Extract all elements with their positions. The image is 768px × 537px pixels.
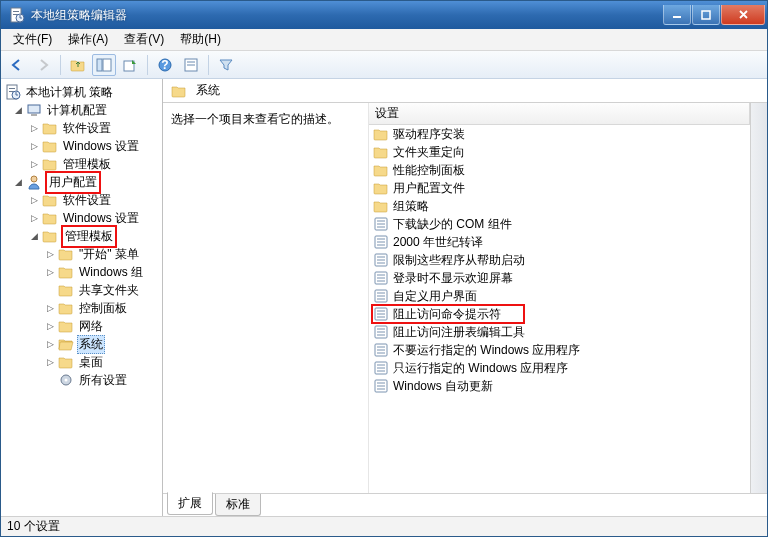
expand-icon[interactable]: ▷ bbox=[45, 267, 56, 278]
list-item-perf-cpl[interactable]: 性能控制面板 bbox=[369, 161, 750, 179]
status-text: 10 个设置 bbox=[7, 518, 60, 535]
tree-wincomp[interactable]: ▷ Windows 组 bbox=[1, 263, 162, 281]
list-item-no-welcome[interactable]: 登录时不显示欢迎屏幕 bbox=[369, 269, 750, 287]
list-item-no-cmd[interactable]: 阻止访问命令提示符 bbox=[369, 305, 750, 323]
folder-icon bbox=[58, 318, 74, 334]
maximize-button[interactable] bbox=[692, 5, 720, 25]
list-item-win-update[interactable]: Windows 自动更新 bbox=[369, 377, 750, 395]
collapse-icon[interactable]: ◢ bbox=[13, 105, 24, 116]
setting-icon bbox=[373, 270, 389, 286]
expand-icon[interactable]: ▷ bbox=[29, 159, 40, 170]
tree-label: Windows 设置 bbox=[61, 137, 141, 156]
expand-icon[interactable]: ▷ bbox=[45, 357, 56, 368]
folder-icon bbox=[373, 162, 389, 178]
help-button[interactable]: ? bbox=[153, 54, 177, 76]
tab-standard[interactable]: 标准 bbox=[215, 494, 261, 516]
tree-pane[interactable]: 本地计算机 策略 ◢ 计算机配置 ▷ 软件设置 ▷ Windows 设置 ▷ 管… bbox=[1, 79, 163, 516]
tree-ctrlpanel[interactable]: ▷ 控制面板 bbox=[1, 299, 162, 317]
list-item-no-regedit[interactable]: 阻止访问注册表编辑工具 bbox=[369, 323, 750, 341]
tree-root[interactable]: 本地计算机 策略 bbox=[1, 83, 162, 101]
folder-icon bbox=[58, 246, 74, 262]
list-item-user-profile[interactable]: 用户配置文件 bbox=[369, 179, 750, 197]
tabs: 扩展 标准 bbox=[163, 494, 767, 516]
tree-comp-windows[interactable]: ▷ Windows 设置 bbox=[1, 137, 162, 155]
list-rows[interactable]: 驱动程序安装 文件夹重定向 性能控制面板 用户配置文件 组策略 下载缺少的 CO… bbox=[369, 125, 750, 493]
up-button[interactable] bbox=[66, 54, 90, 76]
expand-icon[interactable]: ▷ bbox=[29, 213, 40, 224]
export-button[interactable] bbox=[118, 54, 142, 76]
setting-icon bbox=[373, 342, 389, 358]
tab-extended[interactable]: 扩展 bbox=[167, 492, 213, 515]
expand-icon[interactable]: ▷ bbox=[29, 141, 40, 152]
tree-allsettings[interactable]: 所有设置 bbox=[1, 371, 162, 389]
header-title: 系统 bbox=[196, 82, 220, 99]
expand-icon[interactable]: ▷ bbox=[29, 195, 40, 206]
collapse-icon[interactable]: ◢ bbox=[29, 231, 40, 242]
list-item-y2k[interactable]: 2000 年世纪转译 bbox=[369, 233, 750, 251]
minimize-button[interactable] bbox=[663, 5, 691, 25]
svg-rect-16 bbox=[103, 59, 111, 71]
tree-desktop[interactable]: ▷ 桌面 bbox=[1, 353, 162, 371]
collapse-icon[interactable]: ◢ bbox=[13, 177, 24, 188]
back-button[interactable] bbox=[5, 54, 29, 76]
tree-comp-software[interactable]: ▷ 软件设置 bbox=[1, 119, 162, 137]
close-icon bbox=[738, 9, 749, 20]
list-item-driver[interactable]: 驱动程序安装 bbox=[369, 125, 750, 143]
expand-icon[interactable]: ▷ bbox=[45, 303, 56, 314]
show-hide-tree-button[interactable] bbox=[92, 54, 116, 76]
gear-icon bbox=[58, 372, 74, 388]
right-pane: 系统 选择一个项目来查看它的描述。 设置 驱动程序安装 文件夹重定向 性能控制面… bbox=[163, 79, 767, 516]
filter-button[interactable] bbox=[214, 54, 238, 76]
col-setting[interactable]: 设置 bbox=[369, 103, 750, 124]
gpedit-window: 本地组策略编辑器 文件(F) 操作(A) 查看(V) 帮助(H) ? 本地计算机… bbox=[0, 0, 768, 537]
forward-icon bbox=[35, 58, 51, 72]
expand-icon[interactable]: ▷ bbox=[45, 339, 56, 350]
tree-pane-icon bbox=[96, 58, 112, 72]
folder-icon bbox=[42, 228, 58, 244]
folder-icon bbox=[42, 120, 58, 136]
tree-shared[interactable]: 共享文件夹 bbox=[1, 281, 162, 299]
tree-network[interactable]: ▷ 网络 bbox=[1, 317, 162, 335]
menu-help[interactable]: 帮助(H) bbox=[172, 29, 229, 50]
vertical-scrollbar[interactable] bbox=[750, 103, 767, 493]
tree-label: Windows 组 bbox=[77, 263, 145, 282]
list-item-gp[interactable]: 组策略 bbox=[369, 197, 750, 215]
list-item-folder-redir[interactable]: 文件夹重定向 bbox=[369, 143, 750, 161]
tree-system[interactable]: ▷ 系统 bbox=[1, 335, 162, 353]
menu-view[interactable]: 查看(V) bbox=[116, 29, 172, 50]
forward-button[interactable] bbox=[31, 54, 55, 76]
tree-label: 本地计算机 策略 bbox=[24, 83, 115, 102]
menu-file[interactable]: 文件(F) bbox=[5, 29, 60, 50]
tree-computer-config[interactable]: ◢ 计算机配置 bbox=[1, 101, 162, 119]
folder-icon bbox=[373, 180, 389, 196]
expand-icon[interactable]: ▷ bbox=[45, 249, 56, 260]
properties-icon bbox=[183, 58, 199, 72]
folder-icon bbox=[58, 300, 74, 316]
list-item-no-run[interactable]: 不要运行指定的 Windows 应用程序 bbox=[369, 341, 750, 359]
computer-icon bbox=[26, 102, 42, 118]
toolbar: ? bbox=[1, 51, 767, 79]
tree-startmenu[interactable]: ▷ "开始" 菜单 bbox=[1, 245, 162, 263]
export-icon bbox=[122, 58, 138, 72]
expand-icon[interactable]: ▷ bbox=[29, 123, 40, 134]
expand-icon[interactable]: ▷ bbox=[45, 321, 56, 332]
titlebar[interactable]: 本地组策略编辑器 bbox=[1, 1, 767, 29]
list-item-restrict-help[interactable]: 限制这些程序从帮助启动 bbox=[369, 251, 750, 269]
close-button[interactable] bbox=[721, 5, 765, 25]
list-item-custom-ui[interactable]: 自定义用户界面 bbox=[369, 287, 750, 305]
folder-icon bbox=[373, 144, 389, 160]
tree-user-admin[interactable]: ◢ 管理模板 bbox=[1, 227, 162, 245]
tree-label: 软件设置 bbox=[61, 191, 113, 210]
list-item-only-run[interactable]: 只运行指定的 Windows 应用程序 bbox=[369, 359, 750, 377]
folder-open-icon bbox=[58, 336, 74, 352]
list-item-missing-com[interactable]: 下载缺少的 COM 组件 bbox=[369, 215, 750, 233]
tree-user-software[interactable]: ▷ 软件设置 bbox=[1, 191, 162, 209]
properties-button[interactable] bbox=[179, 54, 203, 76]
menu-action[interactable]: 操作(A) bbox=[60, 29, 116, 50]
setting-icon bbox=[373, 306, 389, 322]
tree-user-config[interactable]: ◢ 用户配置 bbox=[1, 173, 162, 191]
tree-label: 网络 bbox=[77, 317, 105, 336]
maximize-icon bbox=[701, 10, 711, 20]
svg-rect-14 bbox=[702, 11, 710, 19]
setting-icon bbox=[373, 234, 389, 250]
